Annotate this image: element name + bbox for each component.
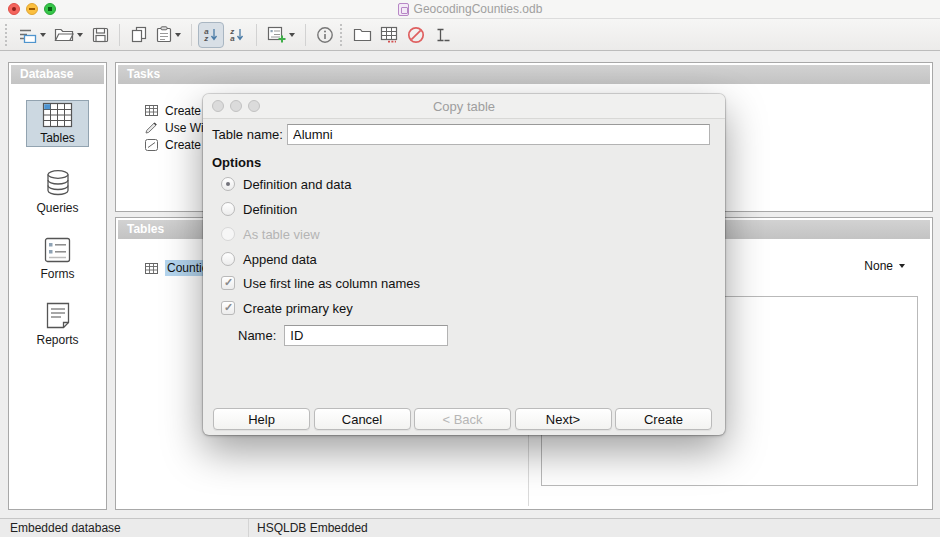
tables-icon (42, 102, 73, 128)
toolbar-grip (5, 24, 10, 46)
delete-object-button[interactable] (403, 22, 429, 48)
dialog-title: Copy table (203, 94, 725, 119)
view-switch-icon (18, 27, 37, 43)
checkbox-icon (221, 276, 235, 290)
table-name-input[interactable] (287, 124, 710, 145)
save-icon (92, 27, 109, 43)
dialog-minimize-button[interactable] (230, 100, 242, 112)
radio-label: Append data (243, 252, 317, 267)
sidebar-item-label: Queries (36, 201, 78, 215)
radio-label: Definition (243, 202, 297, 217)
chevron-down-icon (77, 33, 83, 37)
tasks-header: Tasks (118, 65, 930, 84)
radio-icon (221, 177, 235, 191)
radio-label: As table view (243, 227, 320, 242)
dialog-titlebar: Copy table (203, 94, 725, 119)
preview-dropdown[interactable]: None (864, 259, 905, 273)
checkbox-label: Use first line as column names (243, 276, 420, 291)
sidebar-item-forms[interactable]: Forms (9, 237, 106, 281)
status-bar: Embedded database HSQLDB Embedded (0, 518, 940, 537)
reports-icon (46, 302, 70, 329)
new-form-button[interactable] (263, 22, 299, 48)
table-icon (145, 105, 158, 116)
cancel-button[interactable]: Cancel (314, 408, 411, 430)
sidebar-item-reports[interactable]: Reports (9, 302, 106, 347)
window-title: GeocodingCounties.odb (414, 2, 543, 16)
primary-key-name-label: Name: (238, 328, 276, 343)
preview-dropdown-label: None (864, 259, 893, 273)
dialog-button-row: Help Cancel < Back Next> Create (213, 408, 712, 430)
sort-descending-icon: za (230, 28, 234, 42)
forms-icon (44, 237, 71, 263)
sort-ascending-icon: az (204, 28, 208, 42)
create-button[interactable]: Create (615, 408, 712, 430)
paste-button[interactable] (152, 22, 185, 48)
sidebar-item-label: Forms (41, 267, 75, 281)
back-button[interactable]: < Back (414, 408, 511, 430)
window-titlebar: GeocodingCounties.odb (0, 0, 940, 19)
checkbox-first-line-column-names[interactable]: Use first line as column names (221, 275, 420, 291)
queries-icon (45, 169, 71, 197)
chevron-down-icon (40, 33, 46, 37)
status-database-type: Embedded database (0, 521, 248, 535)
next-button[interactable]: Next> (515, 408, 612, 430)
delete-icon (407, 26, 425, 44)
window-title-area: GeocodingCounties.odb (0, 0, 940, 18)
primary-key-name-row: Name: (238, 325, 448, 346)
database-sidebar: Database Tables Queries Forms Reports (8, 62, 107, 510)
checkbox-label: Create primary key (243, 301, 353, 316)
table-name-row: Table name: (212, 124, 710, 145)
info-icon (316, 26, 334, 44)
toolbar-separator (119, 24, 120, 46)
help-button[interactable]: Help (213, 408, 310, 430)
base-document-icon (398, 3, 409, 16)
edit-object-button[interactable] (376, 22, 403, 48)
radio-as-table-view: As table view (221, 226, 320, 242)
sort-descending-button[interactable]: za (224, 22, 250, 48)
copy-icon (131, 26, 147, 43)
open-folder-icon (54, 27, 74, 42)
info-button[interactable] (312, 22, 338, 48)
radio-definition-and-data[interactable]: Definition and data (221, 176, 351, 192)
toolbar-separator (191, 24, 192, 46)
open-document-button[interactable] (50, 22, 87, 48)
sidebar-item-label: Tables (40, 131, 75, 145)
radio-icon (221, 252, 235, 266)
view-switch-button[interactable] (14, 22, 50, 48)
table-name-label: Table name: (212, 127, 287, 142)
folder-icon (353, 27, 372, 42)
status-driver: HSQLDB Embedded (249, 521, 368, 535)
rename-icon (434, 27, 451, 43)
new-form-icon (267, 26, 286, 43)
dialog-close-button[interactable] (212, 100, 224, 112)
radio-definition[interactable]: Definition (221, 201, 297, 217)
checkbox-create-primary-key[interactable]: Create primary key (221, 300, 353, 316)
copy-table-dialog: Copy table Table name: Options Definitio… (203, 94, 725, 435)
toolbar-separator (305, 24, 306, 46)
sort-ascending-button[interactable]: az (198, 22, 224, 48)
chevron-down-icon (899, 264, 905, 268)
table-icon (145, 263, 158, 274)
edit-table-icon (380, 26, 399, 43)
dialog-zoom-button[interactable] (248, 100, 260, 112)
main-toolbar: az za (0, 19, 940, 51)
copy-button[interactable] (126, 22, 152, 48)
toolbar-grip (340, 24, 345, 46)
checkbox-icon (221, 301, 235, 315)
chevron-down-icon (289, 33, 295, 37)
sidebar-item-tables[interactable]: Tables (26, 100, 89, 147)
toolbar-separator (256, 24, 257, 46)
paste-icon (156, 26, 172, 43)
options-header: Options (212, 155, 261, 170)
sidebar-item-label: Reports (36, 333, 78, 347)
radio-label: Definition and data (243, 177, 351, 192)
primary-key-name-input[interactable] (284, 325, 448, 346)
chevron-down-icon (175, 33, 181, 37)
radio-icon (221, 227, 235, 241)
save-button[interactable] (87, 22, 113, 48)
sidebar-item-queries[interactable]: Queries (9, 169, 106, 215)
rename-object-button[interactable] (429, 22, 455, 48)
radio-append-data[interactable]: Append data (221, 251, 317, 267)
sidebar-header: Database (11, 65, 104, 84)
open-object-button[interactable] (349, 22, 376, 48)
